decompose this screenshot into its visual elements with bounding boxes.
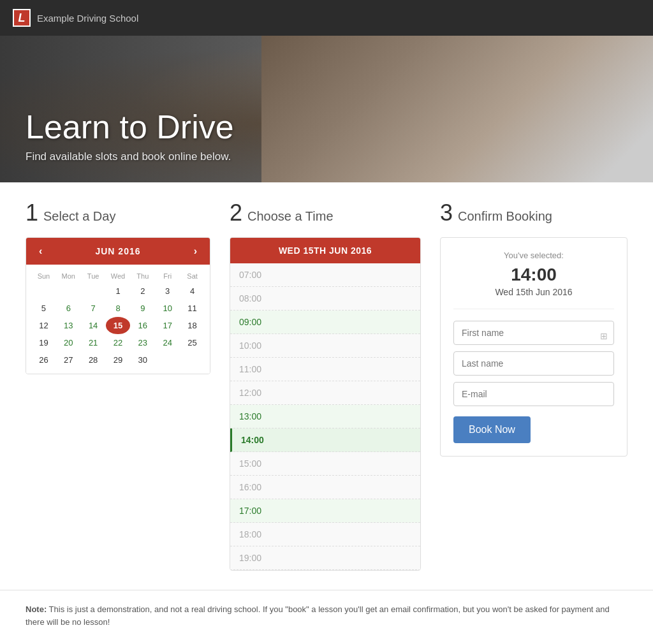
cal-cell-25[interactable]: 25 bbox=[180, 334, 205, 351]
time-panel-header: WED 15TH JUN 2016 bbox=[230, 238, 420, 263]
time-slot-1600: 16:00 bbox=[230, 476, 420, 499]
hero-image bbox=[261, 36, 653, 182]
cal-cell-22[interactable]: 22 bbox=[106, 334, 131, 351]
first-name-wrapper: ⊞ bbox=[453, 321, 614, 351]
calendar-header: ‹ JUN 2016 › bbox=[26, 238, 210, 265]
note-text: This is just a demonstration, and not a … bbox=[26, 604, 610, 627]
day-header-tue: Tue bbox=[81, 270, 106, 282]
cal-cell-6[interactable]: 6 bbox=[56, 300, 81, 317]
calendar-prev-button[interactable]: ‹ bbox=[35, 244, 46, 258]
time-slot-0900[interactable]: 09:00 bbox=[230, 311, 420, 334]
cal-cell-empty bbox=[155, 351, 180, 369]
step3-number: 3 bbox=[440, 201, 453, 224]
time-slot-1900: 19:00 bbox=[230, 546, 420, 570]
selected-info: You've selected: 14:00 Wed 15th Jun 2016 bbox=[453, 251, 614, 309]
day-header-mon: Mon bbox=[56, 270, 81, 282]
day-header-thu: Thu bbox=[130, 270, 155, 282]
first-name-input[interactable] bbox=[453, 321, 614, 345]
app-title: Example Driving School bbox=[37, 13, 138, 24]
time-slot-1100: 11:00 bbox=[230, 358, 420, 381]
cal-cell-empty bbox=[180, 351, 205, 369]
hero-text-block: Learn to Drive Find available slots and … bbox=[26, 109, 234, 163]
cal-cell-7[interactable]: 7 bbox=[81, 300, 106, 317]
cal-cell-24[interactable]: 24 bbox=[155, 334, 180, 351]
confirm-panel: You've selected: 14:00 Wed 15th Jun 2016… bbox=[440, 237, 627, 457]
calendar-next-button[interactable]: › bbox=[190, 244, 201, 258]
time-slot-1000: 10:00 bbox=[230, 334, 420, 358]
day-header-sun: Sun bbox=[31, 270, 56, 282]
calendar-week-2: 5 6 7 8 9 10 11 bbox=[31, 300, 205, 317]
cal-cell-1[interactable]: 1 bbox=[106, 282, 131, 300]
time-slot-1700[interactable]: 17:00 bbox=[230, 499, 420, 523]
calendar-week-1: 1 2 3 4 bbox=[31, 282, 205, 300]
step2-label: Choose a Time bbox=[247, 209, 334, 224]
cal-cell-20[interactable]: 20 bbox=[56, 334, 81, 351]
step2-header: 2 Choose a Time bbox=[230, 201, 421, 224]
time-panel: WED 15TH JUN 2016 07:00 08:00 09:00 10:0… bbox=[230, 237, 421, 571]
time-slots-list: 07:00 08:00 09:00 10:00 11:00 12:00 13:0… bbox=[230, 263, 420, 570]
cal-cell-27[interactable]: 27 bbox=[56, 351, 81, 369]
selected-date-display: Wed 15th Jun 2016 bbox=[453, 287, 614, 297]
cal-cell-8[interactable]: 8 bbox=[106, 300, 131, 317]
cal-cell-16[interactable]: 16 bbox=[130, 317, 155, 334]
step3-column: 3 Confirm Booking You've selected: 14:00… bbox=[440, 201, 627, 457]
cal-cell-13[interactable]: 13 bbox=[56, 317, 81, 334]
day-header-fri: Fri bbox=[155, 270, 180, 282]
cal-cell-2[interactable]: 2 bbox=[130, 282, 155, 300]
calendar-week-4: 19 20 21 22 23 24 25 bbox=[31, 334, 205, 351]
header: L Example Driving School bbox=[0, 0, 653, 36]
calendar-day-headers: Sun Mon Tue Wed Thu Fri Sat bbox=[31, 270, 205, 282]
cal-cell-11[interactable]: 11 bbox=[180, 300, 205, 317]
cal-cell-4[interactable]: 4 bbox=[180, 282, 205, 300]
cal-cell-23[interactable]: 23 bbox=[130, 334, 155, 351]
main-content: 1 Select a Day ‹ JUN 2016 › Sun Mon Tue … bbox=[0, 182, 653, 590]
step1-label: Select a Day bbox=[43, 209, 115, 224]
cal-cell-19[interactable]: 19 bbox=[31, 334, 56, 351]
time-slot-1500: 15:00 bbox=[230, 452, 420, 476]
time-slot-1800: 18:00 bbox=[230, 523, 420, 546]
last-name-input[interactable] bbox=[453, 351, 614, 376]
cal-cell-5[interactable]: 5 bbox=[31, 300, 56, 317]
cal-cell-18[interactable]: 18 bbox=[180, 317, 205, 334]
calendar-month-label: JUN 2016 bbox=[95, 246, 140, 256]
hero-subheading: Find available slots and book online bel… bbox=[26, 150, 234, 163]
time-slot-1400[interactable]: 14:00 bbox=[230, 428, 420, 452]
you-selected-label: You've selected: bbox=[453, 251, 614, 260]
note-prefix: Note: bbox=[26, 604, 47, 614]
footer-note: Note: This is just a demonstration, and … bbox=[0, 590, 653, 641]
calendar-week-3: 12 13 14 15 16 17 18 bbox=[31, 317, 205, 334]
step1-number: 1 bbox=[26, 201, 38, 224]
step1-header: 1 Select a Day bbox=[26, 201, 210, 224]
day-header-sat: Sat bbox=[180, 270, 205, 282]
cal-cell-26[interactable]: 26 bbox=[31, 351, 56, 369]
calendar: ‹ JUN 2016 › Sun Mon Tue Wed Thu Fri Sat bbox=[26, 237, 210, 374]
cal-cell-15[interactable]: 15 bbox=[106, 317, 131, 334]
cal-cell-28[interactable]: 28 bbox=[81, 351, 106, 369]
step2-column: 2 Choose a Time WED 15TH JUN 2016 07:00 … bbox=[230, 201, 421, 571]
cal-cell-9[interactable]: 9 bbox=[130, 300, 155, 317]
hero-banner: Learn to Drive Find available slots and … bbox=[0, 36, 653, 182]
step2-number: 2 bbox=[230, 201, 242, 224]
cal-cell-3[interactable]: 3 bbox=[155, 282, 180, 300]
cal-cell-30[interactable]: 30 bbox=[130, 351, 155, 369]
calendar-week-5: 26 27 28 29 30 bbox=[31, 351, 205, 369]
step1-column: 1 Select a Day ‹ JUN 2016 › Sun Mon Tue … bbox=[26, 201, 210, 374]
time-slot-1300[interactable]: 13:00 bbox=[230, 405, 420, 428]
day-header-wed: Wed bbox=[106, 270, 131, 282]
cal-cell-14[interactable]: 14 bbox=[81, 317, 106, 334]
cal-cell-10[interactable]: 10 bbox=[155, 300, 180, 317]
logo-icon: L bbox=[13, 9, 31, 27]
hero-heading: Learn to Drive bbox=[26, 109, 234, 145]
email-input[interactable] bbox=[453, 382, 614, 406]
cal-cell-29[interactable]: 29 bbox=[106, 351, 131, 369]
time-slot-0700: 07:00 bbox=[230, 263, 420, 287]
book-now-button[interactable]: Book Now bbox=[453, 416, 531, 443]
step3-header: 3 Confirm Booking bbox=[440, 201, 627, 224]
cal-cell-12[interactable]: 12 bbox=[31, 317, 56, 334]
cal-cell-empty bbox=[81, 282, 106, 300]
selected-time-display: 14:00 bbox=[453, 264, 614, 286]
cal-cell-empty bbox=[31, 282, 56, 300]
cal-cell-21[interactable]: 21 bbox=[81, 334, 106, 351]
cal-cell-17[interactable]: 17 bbox=[155, 317, 180, 334]
time-slot-1200: 12:00 bbox=[230, 381, 420, 405]
